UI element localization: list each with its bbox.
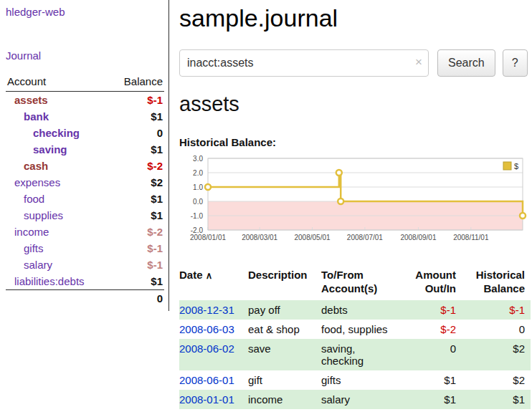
search-button[interactable]: Search (437, 49, 495, 77)
account-link[interactable]: assets (14, 94, 48, 106)
register-description: save (248, 339, 321, 370)
account-link[interactable]: bank (24, 110, 49, 123)
chart-point (205, 184, 211, 190)
accounts-col-balance: Balance (110, 73, 164, 92)
svg-text:2008/01/01: 2008/01/01 (190, 234, 226, 241)
register-col-date[interactable]: Date ∧ (179, 266, 248, 300)
register-date-link[interactable]: 2008-01-01 (179, 393, 234, 406)
register-amount: $1 (403, 370, 462, 390)
register-col-balance: Historical Balance (462, 266, 531, 300)
account-balance: $-2 (110, 224, 164, 240)
register-accounts: debts (321, 300, 403, 320)
register-amount: $-1 (403, 300, 462, 320)
register-accounts: food, supplies (321, 320, 403, 339)
account-balance: $1 (110, 108, 164, 125)
register-date-link[interactable]: 2008-06-01 (179, 374, 234, 386)
account-link[interactable]: liabilities:debts (14, 275, 85, 287)
sidebar: hledger-web Journal Account Balance asse… (0, 0, 169, 311)
account-link[interactable]: expenses (14, 176, 60, 188)
register-amount: $-2 (403, 320, 462, 339)
register-row: 2008-06-01 gift gifts $1 $2 (179, 370, 531, 390)
account-balance: $1 (110, 191, 164, 207)
account-link[interactable]: gifts (24, 242, 44, 254)
register-balance: $1 (462, 390, 531, 409)
account-balance: $2 (110, 174, 164, 191)
main-panel: sample.journal × Search ? assets Histori… (169, 0, 532, 409)
svg-text:-2.0: -2.0 (191, 226, 204, 234)
register-header-row: Date ∧ Description To/From Account(s) Am… (179, 266, 531, 300)
account-link[interactable]: salary (24, 259, 52, 271)
svg-text:1.0: 1.0 (193, 183, 203, 191)
account-link[interactable]: saving (33, 143, 67, 155)
account-balance: $1 (110, 273, 164, 290)
account-link[interactable]: income (14, 226, 49, 238)
chart-title: Historical Balance: (179, 136, 531, 148)
chart-legend-label: $ (514, 162, 518, 171)
svg-text:2008/05/01: 2008/05/01 (295, 234, 331, 241)
help-button[interactable]: ? (503, 49, 528, 77)
chart-legend-swatch (503, 162, 511, 170)
account-row: bank $1 (6, 108, 164, 125)
account-row: liabilities:debts $1 (6, 273, 164, 290)
register-col-amount: Amount Out/In (403, 266, 462, 300)
search-input[interactable] (179, 49, 429, 77)
register-row: 2008-06-02 save saving, checking 0 $2 (179, 339, 531, 370)
search-bar: × Search ? (179, 49, 531, 77)
svg-text:2008/07/01: 2008/07/01 (347, 234, 383, 241)
account-row: checking 0 (6, 125, 164, 141)
account-balance: 0 (110, 125, 164, 141)
account-row: salary $-1 (6, 257, 164, 273)
register-balance: $2 (462, 339, 531, 370)
sidebar-item-journal[interactable]: Journal (6, 49, 164, 62)
register-description: eat & shop (248, 320, 321, 339)
svg-text:2.0: 2.0 (193, 169, 203, 177)
account-link[interactable]: supplies (24, 209, 63, 221)
account-row: supplies $1 (6, 207, 164, 224)
account-row: income $-2 (6, 224, 164, 240)
historical-balance-chart: 3.02.01.00.0-1.0-2.02008/01/012008/03/01… (179, 154, 531, 256)
account-balance: $-1 (110, 257, 164, 273)
account-balance: $-1 (110, 240, 164, 257)
account-row: saving $1 (6, 141, 164, 158)
register-balance: $-1 (462, 300, 531, 320)
register-date-link[interactable]: 2008-06-03 (179, 323, 234, 335)
account-balance: $1 (110, 207, 164, 224)
svg-text:2008/03/01: 2008/03/01 (242, 234, 277, 241)
register-balance: $2 (462, 370, 531, 390)
chart-point (336, 170, 342, 176)
account-row: expenses $2 (6, 174, 164, 191)
account-row: cash $-2 (6, 158, 164, 174)
svg-text:-1.0: -1.0 (191, 212, 204, 220)
account-link[interactable]: checking (33, 127, 80, 139)
register-col-description: Description (248, 266, 321, 300)
sort-asc-icon: ∧ (206, 270, 213, 281)
register-amount: $1 (403, 390, 462, 409)
accounts-total-row: 0 (6, 290, 164, 307)
register-table: Date ∧ Description To/From Account(s) Am… (179, 266, 531, 409)
register-accounts: saving, checking (321, 339, 403, 370)
clear-search-icon[interactable]: × (415, 56, 422, 69)
svg-text:3.0: 3.0 (193, 155, 203, 163)
register-date-link[interactable]: 2008-06-02 (179, 342, 234, 355)
accounts-col-account: Account (6, 73, 110, 92)
register-balance: 0 (462, 320, 531, 339)
register-description: gift (248, 370, 321, 390)
page-title: sample.journal (179, 4, 531, 32)
app-title-link[interactable]: hledger-web (6, 6, 164, 18)
svg-text:2008/11/01: 2008/11/01 (453, 234, 489, 241)
register-description: pay off (248, 300, 321, 320)
register-accounts: gifts (321, 370, 403, 390)
account-link[interactable]: food (24, 193, 44, 205)
account-link[interactable]: cash (24, 160, 48, 172)
register-col-account: To/From Account(s) (321, 266, 403, 300)
account-balance: $1 (110, 141, 164, 158)
register-date-link[interactable]: 2008-12-31 (179, 304, 234, 316)
account-heading: assets (179, 92, 531, 116)
svg-text:0.0: 0.0 (193, 198, 203, 206)
svg-text:2008/09/01: 2008/09/01 (400, 234, 436, 241)
register-row: 2008-06-03 eat & shop food, supplies $-2… (179, 320, 531, 339)
register-amount: 0 (403, 339, 462, 370)
chart-point (520, 213, 526, 219)
account-balance: $-2 (110, 158, 164, 174)
account-balance: $-1 (110, 92, 164, 109)
